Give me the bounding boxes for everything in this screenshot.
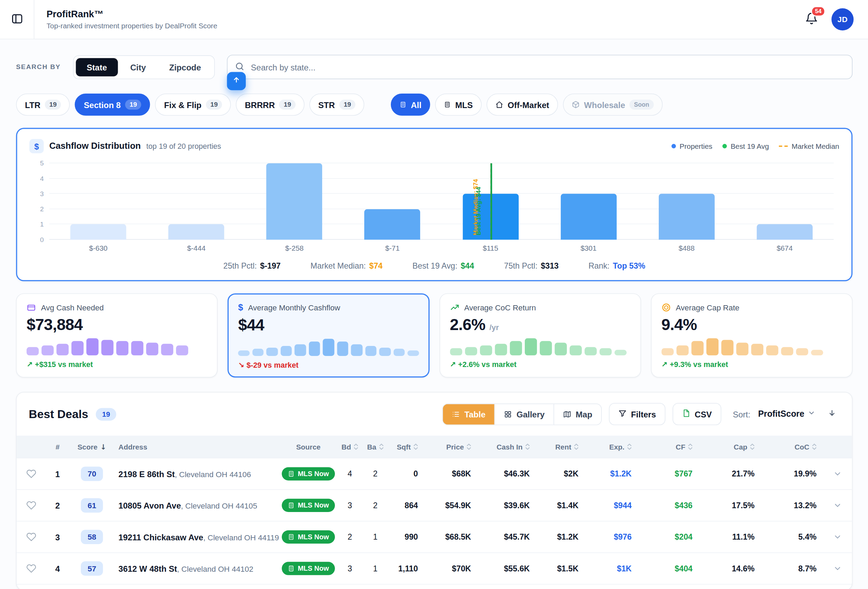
deals-controls: TableGalleryMap Filters CSV Sort: Profit… [442, 403, 840, 425]
kpi-card-avg-cash-needed[interactable]: Avg Cash Needed $73,884 ↗ +$315 vs marke… [16, 294, 217, 378]
arrow-up-icon [232, 76, 241, 86]
source-chip-mls[interactable]: MLS [435, 94, 482, 116]
deal-row[interactable]: 4 57 3612 W 48th St, Cleveland OH 44102 … [16, 552, 852, 584]
legend-dot-icon [671, 144, 676, 148]
histogram-bar[interactable] [365, 209, 421, 240]
score-badge: 57 [81, 561, 103, 576]
deal-row[interactable]: 1 70 2198 E 86th St, Cleveland OH 44106 … [16, 458, 852, 489]
favorite-button[interactable] [22, 500, 40, 511]
sort-direction-button[interactable] [824, 405, 840, 422]
search-mode-state[interactable]: State [75, 58, 118, 76]
view-map-button[interactable]: Map [554, 404, 601, 424]
score-badge: 61 [81, 498, 103, 513]
best-deals-header: Best Deals 19 TableGalleryMap Filters CS… [16, 393, 852, 436]
strategy-chip-str[interactable]: STR19 [309, 94, 364, 116]
strategy-chip-fix-flip[interactable]: Fix & Flip19 [155, 94, 231, 116]
search-mode-city[interactable]: City [119, 58, 157, 76]
kpi-card-average-cap-rate[interactable]: Average Cap Rate 9.4% ↗ +9.3% vs market [651, 294, 852, 378]
col-ba[interactable]: Ba [363, 443, 388, 451]
strategy-chip-ltr[interactable]: LTR19 [16, 94, 70, 116]
x-tick-label: $115 [441, 244, 540, 252]
expand-row-button[interactable] [830, 500, 845, 510]
col-cap[interactable]: Cap [699, 443, 761, 451]
filters-button[interactable]: Filters [609, 403, 665, 425]
legend-best-19-avg: Best 19 Avg [722, 142, 769, 150]
histogram-bar[interactable] [561, 194, 617, 240]
col-exp[interactable]: Exp. [585, 443, 638, 451]
deal-sqft: 0 [388, 469, 425, 478]
deal-row[interactable]: 3 58 19211 Chickasaw Ave, Cleveland OH 4… [16, 521, 852, 552]
notifications-button[interactable]: 54 [803, 10, 820, 29]
source-filter-group: AllMLSOff-MarketWholesaleSoon [391, 94, 663, 116]
col-score[interactable]: Score↓ [70, 443, 114, 451]
expand-row-button[interactable] [830, 564, 845, 573]
deal-row[interactable]: 2 61 10805 Avon Ave, Cleveland OH 44105 … [16, 489, 852, 521]
sort-icon [354, 443, 359, 450]
trend-up-icon [450, 303, 459, 312]
view-table-button[interactable]: Table [443, 404, 495, 424]
target-icon [661, 303, 671, 312]
app: ProfitRank™ Top-ranked investment proper… [0, 0, 868, 589]
col-bd[interactable]: Bd [337, 443, 363, 451]
deals-table-body: 1 70 2198 E 86th St, Cleveland OH 44106 … [16, 458, 852, 589]
search-mode-zipcode[interactable]: Zipcode [158, 58, 212, 76]
y-tick-label: 0 [40, 236, 44, 244]
col-coc[interactable]: CoC [761, 443, 824, 451]
legend-dot-icon [722, 144, 727, 148]
search-row: SEARCH BY StateCityZipcode [16, 55, 852, 80]
source-badge: MLS Now [282, 467, 335, 480]
avatar[interactable]: JD [831, 8, 853, 30]
source-chip-off-market[interactable]: Off-Market [487, 94, 558, 116]
deal-bd: 2 [337, 532, 363, 541]
favorite-button[interactable] [22, 468, 40, 479]
map-icon [563, 410, 571, 418]
search-input[interactable] [227, 55, 853, 80]
csv-export-button[interactable]: CSV [673, 403, 721, 425]
table-icon [452, 410, 460, 418]
deal-coc: 13.2% [761, 501, 824, 510]
col-cf[interactable]: CF [638, 443, 699, 451]
expand-row-button[interactable] [830, 532, 845, 542]
kpi-card-average-monthly-cashflow[interactable]: $Average Monthly Cashflow $44 ↘ $-29 vs … [227, 294, 429, 378]
histogram-bar[interactable] [267, 163, 322, 240]
kpi-sparkline [450, 338, 630, 356]
sort-label: Sort: [733, 409, 750, 419]
chip-label: BRRRR [245, 100, 275, 109]
favorite-button[interactable] [22, 531, 40, 542]
heart-icon [26, 532, 36, 542]
cashflow-histogram: 012345Market Median: $74Best 19 Avg: $44 [49, 163, 834, 240]
scroll-top-button[interactable] [227, 72, 246, 90]
source-chip-wholesale[interactable]: WholesaleSoon [563, 94, 663, 116]
col-rent[interactable]: Rent [537, 443, 585, 451]
col-sqft[interactable]: Sqft [388, 443, 425, 451]
sort-dropdown[interactable]: ProfitScore [755, 409, 819, 419]
histogram-bar[interactable] [757, 224, 813, 240]
deal-exp: $1K [585, 564, 638, 573]
col-cash-in[interactable]: Cash In [478, 443, 537, 451]
y-tick-label: 1 [40, 221, 44, 228]
col-price[interactable]: Price [425, 443, 478, 451]
source-chip-all[interactable]: All [391, 94, 430, 116]
chart-stat-rank: Rank:Top 53% [589, 261, 645, 270]
kpi-card-average-coc-return[interactable]: Average CoC Return 2.6% /yr ↗ +2.6% vs m… [439, 294, 641, 378]
deal-coc: 8.7% [761, 564, 824, 573]
y-tick-label: 5 [40, 159, 44, 167]
search-icon [235, 62, 245, 71]
filters-row: LTR19Section 819Fix & Flip19BRRRR19STR19… [16, 94, 852, 116]
csv-file-icon [682, 409, 690, 419]
deal-sqft: 864 [388, 501, 425, 510]
col-address: Address [114, 443, 279, 451]
histogram-bar[interactable] [168, 224, 224, 240]
histogram-bar[interactable] [71, 224, 126, 240]
strategy-chip-brrrr[interactable]: BRRRR19 [236, 94, 304, 116]
strategy-chip-section-8[interactable]: Section 819 [75, 94, 150, 116]
expand-row-button[interactable] [830, 469, 845, 479]
sidebar-toggle-button[interactable] [0, 0, 34, 39]
deal-bd: 4 [337, 469, 363, 478]
sort-icon [812, 443, 816, 450]
deal-cap: 17.5% [699, 501, 761, 510]
favorite-button[interactable] [22, 563, 40, 574]
chip-label: STR [318, 100, 335, 109]
histogram-bar[interactable] [659, 194, 715, 240]
view-gallery-button[interactable]: Gallery [495, 404, 554, 424]
